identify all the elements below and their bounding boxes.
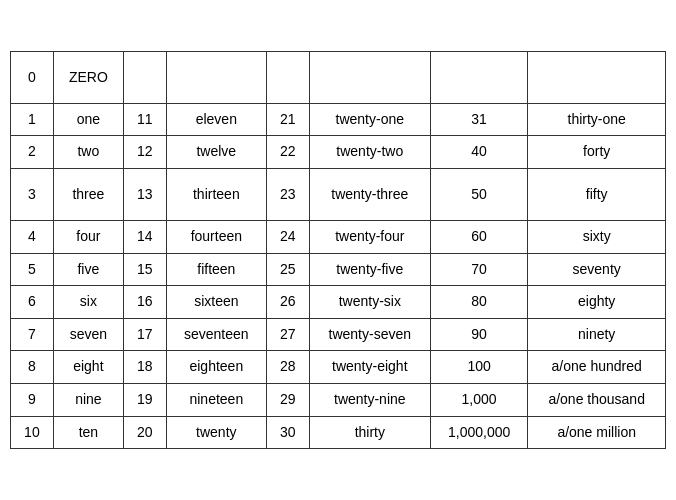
cell-n3: 21: [266, 103, 309, 136]
cell-w2: eleven: [166, 103, 266, 136]
cell-n2: [123, 51, 166, 103]
cell-n3: 24: [266, 221, 309, 254]
cell-n4: 80: [430, 286, 528, 319]
cell-w4: [528, 51, 666, 103]
cell-n2: 15: [123, 253, 166, 286]
cell-w2: nineteen: [166, 383, 266, 416]
cell-n1: 2: [11, 136, 54, 169]
cell-w1: seven: [53, 318, 123, 351]
cell-w4: thirty-one: [528, 103, 666, 136]
cell-n1: 6: [11, 286, 54, 319]
table-row: 10ten20twenty30thirty1,000,000a/one mill…: [11, 416, 666, 449]
cell-w3: twenty-eight: [309, 351, 430, 384]
cell-w1: one: [53, 103, 123, 136]
cell-w4: fifty: [528, 169, 666, 221]
cell-n4: 90: [430, 318, 528, 351]
cell-w2: fifteen: [166, 253, 266, 286]
cell-w1: nine: [53, 383, 123, 416]
cell-w4: a/one million: [528, 416, 666, 449]
cell-n4: 40: [430, 136, 528, 169]
cell-w1: three: [53, 169, 123, 221]
cell-n2: 20: [123, 416, 166, 449]
cell-w4: eighty: [528, 286, 666, 319]
cell-w1: six: [53, 286, 123, 319]
cell-w4: sixty: [528, 221, 666, 254]
cell-n3: 28: [266, 351, 309, 384]
cell-n1: 7: [11, 318, 54, 351]
table-row: 2two12twelve22twenty-two40forty: [11, 136, 666, 169]
cell-n4: 1,000: [430, 383, 528, 416]
table-row: 5five15fifteen25twenty-five70seventy: [11, 253, 666, 286]
cell-n1: 4: [11, 221, 54, 254]
cell-n3: 26: [266, 286, 309, 319]
cell-n3: 23: [266, 169, 309, 221]
cell-w2: eighteen: [166, 351, 266, 384]
cell-w4: forty: [528, 136, 666, 169]
cell-n1: 1: [11, 103, 54, 136]
cell-n4: 31: [430, 103, 528, 136]
table-row: 4four14fourteen24twenty-four60sixty: [11, 221, 666, 254]
cell-w1: eight: [53, 351, 123, 384]
cell-n2: 19: [123, 383, 166, 416]
cell-w3: twenty-four: [309, 221, 430, 254]
table-row: 1one11eleven21twenty-one31thirty-one: [11, 103, 666, 136]
cell-w3: thirty: [309, 416, 430, 449]
cell-n3: 29: [266, 383, 309, 416]
cell-n2: 11: [123, 103, 166, 136]
cell-w3: twenty-two: [309, 136, 430, 169]
cell-w3: twenty-one: [309, 103, 430, 136]
table-row: 8eight18eighteen28twenty-eight100a/one h…: [11, 351, 666, 384]
cell-w1: four: [53, 221, 123, 254]
cell-w2: twenty: [166, 416, 266, 449]
cell-n2: 14: [123, 221, 166, 254]
cell-w1: ZERO: [53, 51, 123, 103]
cell-n4: 50: [430, 169, 528, 221]
cell-n1: 0: [11, 51, 54, 103]
table-row: 0ZERO: [11, 51, 666, 103]
cell-n4: 1,000,000: [430, 416, 528, 449]
cell-n2: 18: [123, 351, 166, 384]
cell-n3: 25: [266, 253, 309, 286]
cell-n4: 70: [430, 253, 528, 286]
cell-w1: ten: [53, 416, 123, 449]
cell-n4: 100: [430, 351, 528, 384]
cell-n3: 27: [266, 318, 309, 351]
cell-w2: twelve: [166, 136, 266, 169]
table-row: 3three13thirteen23twenty-three50fifty: [11, 169, 666, 221]
cell-w2: thirteen: [166, 169, 266, 221]
cell-w3: twenty-seven: [309, 318, 430, 351]
cell-w2: fourteen: [166, 221, 266, 254]
cell-n3: 30: [266, 416, 309, 449]
cell-w3: twenty-three: [309, 169, 430, 221]
cell-n1: 3: [11, 169, 54, 221]
table-row: 6six16sixteen26twenty-six80eighty: [11, 286, 666, 319]
cell-n4: [430, 51, 528, 103]
table-row: 9nine19nineteen29twenty-nine1,000a/one t…: [11, 383, 666, 416]
cell-w2: sixteen: [166, 286, 266, 319]
cell-n2: 12: [123, 136, 166, 169]
cell-n1: 9: [11, 383, 54, 416]
cell-n3: 22: [266, 136, 309, 169]
cell-n1: 10: [11, 416, 54, 449]
cell-w4: a/one thousand: [528, 383, 666, 416]
cell-w2: [166, 51, 266, 103]
cell-w1: two: [53, 136, 123, 169]
cell-n2: 17: [123, 318, 166, 351]
cell-w4: a/one hundred: [528, 351, 666, 384]
cell-w4: seventy: [528, 253, 666, 286]
cell-w3: twenty-six: [309, 286, 430, 319]
numbers-table: 0ZERO1one11eleven21twenty-one31thirty-on…: [10, 51, 666, 449]
cell-n4: 60: [430, 221, 528, 254]
cell-w2: seventeen: [166, 318, 266, 351]
cell-n1: 8: [11, 351, 54, 384]
cell-w3: twenty-five: [309, 253, 430, 286]
cell-n3: [266, 51, 309, 103]
cell-w1: five: [53, 253, 123, 286]
table-row: 7seven17seventeen27twenty-seven90ninety: [11, 318, 666, 351]
cell-n2: 16: [123, 286, 166, 319]
cell-n1: 5: [11, 253, 54, 286]
cell-n2: 13: [123, 169, 166, 221]
cell-w4: ninety: [528, 318, 666, 351]
cell-w3: [309, 51, 430, 103]
cell-w3: twenty-nine: [309, 383, 430, 416]
